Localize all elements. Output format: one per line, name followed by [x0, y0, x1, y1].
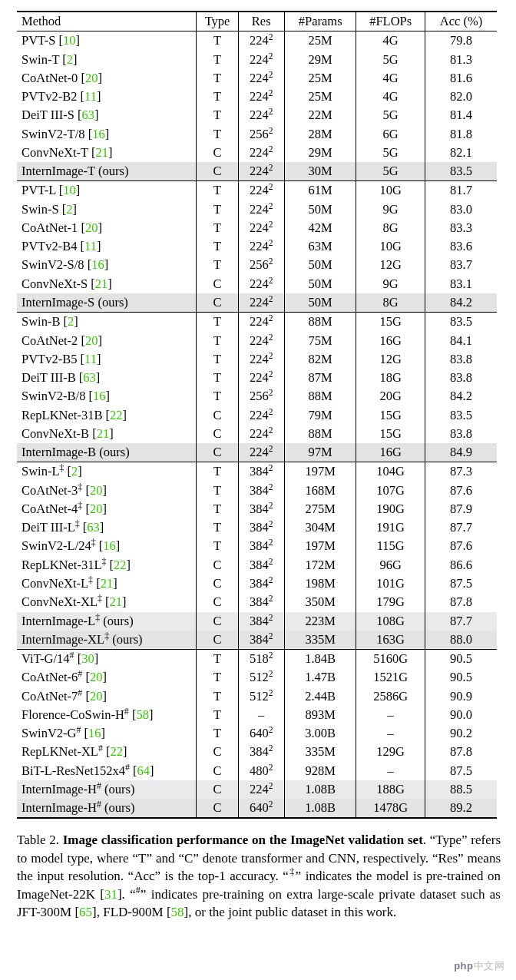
citation-link[interactable]: 63 — [82, 108, 95, 122]
squared-icon: 2 — [269, 125, 273, 134]
squared-icon: 2 — [269, 780, 273, 790]
res-base: 224 — [250, 71, 269, 85]
citation-link[interactable]: 2 — [66, 202, 72, 217]
citation-link[interactable]: 20 — [90, 502, 103, 516]
cell-flops: 15G — [356, 406, 425, 425]
squared-icon: 2 — [269, 762, 273, 771]
citation-link[interactable]: 22 — [114, 558, 127, 572]
citation-link[interactable]: 11 — [84, 89, 97, 104]
cell-method: InternImage-T (ours) — [17, 162, 197, 181]
citation-link[interactable]: 20 — [85, 333, 98, 348]
citation-link[interactable]: 2 — [71, 464, 78, 478]
citation-link[interactable]: 16 — [88, 726, 101, 740]
table-row: PVTv2-B2 [11]T224225M4G82.0 — [17, 88, 497, 106]
table-row: SwinV2-S/8 [16]T256250M12G83.7 — [17, 256, 497, 274]
squared-icon: 2 — [269, 219, 273, 228]
cell-type: T — [197, 181, 238, 200]
cell-acc: 83.6 — [425, 237, 497, 256]
citation-link[interactable]: 16 — [93, 389, 106, 403]
citation-link[interactable]: 63 — [87, 520, 100, 535]
table-row: DeiT III-B [63]T224287M18G83.8 — [17, 369, 497, 387]
hash-icon: # — [70, 650, 74, 661]
citation-link[interactable]: 20 — [90, 689, 103, 704]
cell-acc: 90.5 — [425, 650, 497, 669]
citation-link[interactable]: 21 — [95, 145, 108, 160]
res-base: 224 — [250, 220, 269, 235]
cell-flops: 101G — [356, 574, 425, 593]
citation-link[interactable]: 21 — [95, 276, 108, 291]
res-base: 384 — [250, 464, 269, 478]
squared-icon: 2 — [269, 743, 273, 753]
citation-link[interactable]: 2 — [68, 314, 74, 329]
table-row: CoAtNet-4‡ [20]T3842275M190G87.9 — [17, 500, 497, 518]
hash-icon: # — [125, 761, 130, 772]
table-row: ConvNeXt-S [21]C224250M9G83.1 — [17, 275, 497, 293]
cell-acc: 86.6 — [425, 556, 497, 574]
cell-type: C — [197, 574, 238, 593]
cell-params: 2.44B — [284, 687, 356, 706]
cell-flops: 191G — [356, 518, 425, 537]
citation-link[interactable]: 58 — [171, 905, 184, 919]
table-row: RepLKNet-31L‡ [22]C3842172M96G86.6 — [17, 556, 497, 574]
cell-params: 82M — [284, 350, 356, 369]
citation-link[interactable]: 10 — [63, 183, 76, 197]
citation-link[interactable]: 20 — [85, 220, 98, 235]
cell-method: InternImage-S (ours) — [17, 293, 197, 313]
cell-params: 30M — [284, 162, 356, 181]
citation-link[interactable]: 21 — [110, 594, 123, 609]
cell-type: C — [197, 406, 238, 425]
squared-icon: 2 — [269, 669, 273, 678]
cell-acc: 87.7 — [425, 612, 497, 631]
citation-link[interactable]: 22 — [110, 744, 123, 759]
method-name: InternImage-XL — [22, 632, 104, 647]
table-row: CoAtNet-2 [20]T224275M16G84.1 — [17, 332, 497, 350]
citation-link[interactable]: 20 — [90, 670, 103, 684]
cell-res: 4802 — [238, 762, 284, 780]
method-name: DeiT III-L — [22, 520, 75, 535]
cell-params: 168M — [284, 482, 356, 500]
cell-method: DeiT III-S [63] — [17, 106, 197, 124]
citation-link[interactable]: 30 — [81, 651, 94, 666]
res-base: 256 — [250, 127, 269, 141]
citation-link[interactable]: 10 — [63, 33, 76, 48]
method-name: CoAtNet-4 — [22, 502, 78, 516]
citation-link[interactable]: 2 — [67, 52, 73, 67]
hash-icon: # — [124, 705, 129, 716]
cell-method: ConvNeXt-XL‡ [21] — [17, 593, 197, 611]
col-method: Method — [17, 12, 197, 31]
cell-acc: 83.7 — [425, 256, 497, 274]
cell-params: 88M — [284, 313, 356, 332]
cell-flops: 5G — [356, 144, 425, 162]
squared-icon: 2 — [269, 612, 273, 621]
cell-flops: 104G — [356, 462, 425, 482]
citation-link[interactable]: 64 — [137, 763, 150, 778]
table-row: SwinV2-B/8 [16]T256288M20G84.2 — [17, 387, 497, 406]
cell-type: C — [197, 780, 238, 799]
citation-link[interactable]: 22 — [110, 408, 123, 422]
citation-link[interactable]: 11 — [84, 352, 97, 366]
citation-link[interactable]: 63 — [83, 370, 96, 385]
citation-link[interactable]: 16 — [91, 257, 104, 272]
cell-res: 2242 — [238, 219, 284, 237]
citation-link[interactable]: 16 — [92, 127, 105, 141]
cell-acc: 87.9 — [425, 500, 497, 518]
cell-type: C — [197, 443, 238, 462]
cell-flops: 108G — [356, 612, 425, 631]
citation-link[interactable]: 58 — [136, 707, 149, 722]
table-row: InternImage-H# (ours)C64021.08B1478G89.2 — [17, 799, 497, 818]
res-base: 224 — [250, 89, 269, 104]
dagger-icon: ‡ — [75, 518, 80, 529]
citation-link[interactable]: 65 — [79, 905, 92, 919]
citation-link[interactable]: 16 — [103, 538, 116, 553]
citation-link[interactable]: 31 — [104, 887, 117, 902]
citation-link[interactable]: 11 — [84, 239, 97, 253]
cell-type: T — [197, 650, 238, 669]
cell-method: CoAtNet-2 [20] — [17, 332, 197, 350]
citation-link[interactable]: 21 — [101, 576, 114, 591]
citation-link[interactable]: 20 — [85, 71, 98, 85]
citation-link[interactable]: 21 — [97, 426, 110, 441]
squared-icon: 2 — [269, 388, 273, 397]
citation-link[interactable]: 20 — [90, 483, 103, 498]
cell-acc: 87.6 — [425, 537, 497, 555]
cell-method: ConvNeXt-L‡ [21] — [17, 574, 197, 593]
